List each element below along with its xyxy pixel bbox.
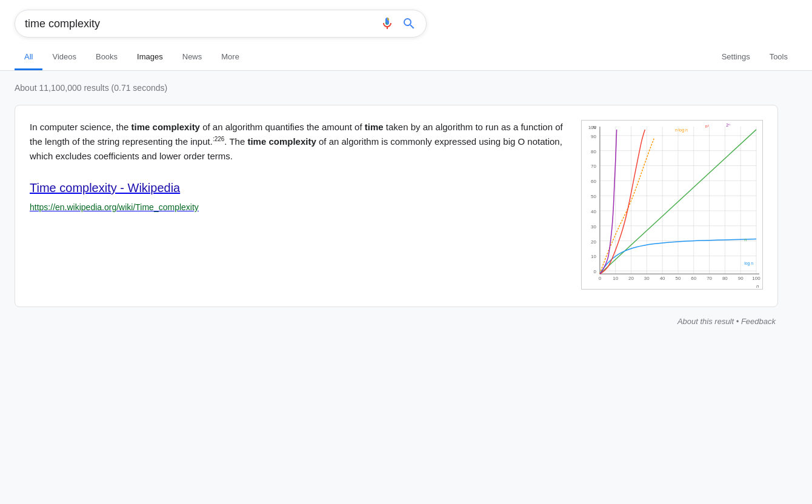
- card-description: In computer science, the time complexity…: [30, 120, 567, 292]
- search-bar-row: [15, 10, 797, 38]
- svg-text:40: 40: [591, 209, 596, 214]
- svg-text:N: N: [593, 125, 596, 130]
- tab-all[interactable]: All: [15, 45, 42, 70]
- svg-text:0: 0: [593, 269, 596, 274]
- wikipedia-link-title[interactable]: Time complexity - Wikipedia: [30, 178, 567, 197]
- svg-text:50: 50: [676, 276, 681, 281]
- about-result-text[interactable]: About this result: [677, 317, 734, 326]
- svg-text:70: 70: [591, 164, 596, 169]
- tab-books[interactable]: Books: [86, 45, 127, 70]
- wikipedia-link[interactable]: Time complexity - Wikipedia https://en.w…: [30, 178, 567, 214]
- tab-settings[interactable]: Settings: [712, 45, 760, 70]
- svg-text:40: 40: [660, 276, 665, 281]
- svg-text:20: 20: [591, 239, 596, 245]
- svg-text:n·log n: n·log n: [675, 128, 688, 133]
- svg-text:60: 60: [691, 276, 696, 281]
- header: All Videos Books Images News More Settin…: [0, 0, 812, 71]
- svg-text:100: 100: [752, 276, 760, 281]
- tab-more[interactable]: More: [211, 45, 249, 70]
- svg-text:80: 80: [722, 276, 728, 281]
- svg-text:10: 10: [591, 254, 596, 259]
- nav-right: Settings Tools: [712, 45, 797, 70]
- search-icon[interactable]: [402, 16, 416, 31]
- nav-tabs: All Videos Books Images News More Settin…: [15, 45, 797, 70]
- feedback-text[interactable]: Feedback: [741, 317, 776, 326]
- svg-text:30: 30: [591, 224, 596, 230]
- results-count: About 11,100,000 results (0.71 seconds): [15, 83, 797, 93]
- search-box: [15, 10, 427, 38]
- tab-news[interactable]: News: [173, 45, 212, 70]
- svg-text:2ⁿ: 2ⁿ: [726, 123, 730, 127]
- svg-text:n: n: [744, 237, 747, 242]
- main-content: About 11,100,000 results (0.71 seconds) …: [0, 71, 812, 338]
- card-description-text: In computer science, the time complexity…: [30, 120, 567, 164]
- svg-text:30: 30: [644, 276, 650, 281]
- svg-text:0: 0: [599, 276, 602, 281]
- search-icons: [380, 16, 416, 31]
- svg-text:80: 80: [591, 149, 596, 154]
- microphone-icon[interactable]: [380, 16, 394, 31]
- tab-images[interactable]: Images: [127, 45, 173, 70]
- svg-text:log n: log n: [744, 261, 753, 266]
- about-result-footer: About this result • Feedback: [15, 317, 778, 326]
- tab-tools[interactable]: Tools: [760, 45, 797, 70]
- svg-text:90: 90: [591, 134, 596, 139]
- svg-text:90: 90: [738, 276, 744, 281]
- card-image: 0 10 20 30 40 50 60 70 80 90 100 0 10 20…: [581, 120, 763, 292]
- svg-text:n: n: [756, 284, 759, 289]
- svg-text:60: 60: [591, 179, 596, 184]
- wikipedia-link-url: https://en.wikipedia.org/wiki/Time_compl…: [30, 202, 199, 212]
- search-input[interactable]: [25, 18, 380, 30]
- separator: •: [736, 317, 741, 326]
- knowledge-card: In computer science, the time complexity…: [15, 105, 778, 307]
- tab-videos[interactable]: Videos: [42, 45, 86, 70]
- svg-text:n²: n²: [705, 124, 710, 128]
- svg-text:50: 50: [591, 194, 596, 199]
- complexity-chart: 0 10 20 30 40 50 60 70 80 90 100 0 10 20…: [581, 120, 763, 290]
- svg-text:10: 10: [613, 276, 618, 281]
- svg-text:70: 70: [707, 276, 712, 281]
- svg-text:20: 20: [628, 276, 634, 281]
